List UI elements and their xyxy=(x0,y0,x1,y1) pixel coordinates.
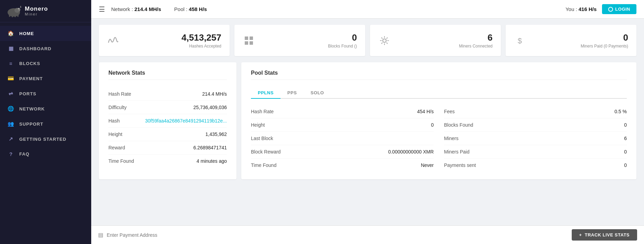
nav-label-network: NETWORK xyxy=(19,106,45,112)
pool-stat-row-left: Last Block xyxy=(251,132,434,145)
pool-col-left: Hash Rate454 H/sHeight0Last BlockBlock R… xyxy=(251,105,434,172)
svg-point-8 xyxy=(18,8,19,9)
network-stat-row: Hash Rate214.4 MH/s xyxy=(108,87,227,101)
miners-connected-label: Miners Connected xyxy=(459,44,493,49)
brand-name: Monero xyxy=(25,6,48,12)
plus-icon: + xyxy=(579,232,582,237)
dashboard-icon: ▦ xyxy=(8,45,14,52)
pool-stat-row-left: Hash Rate454 H/s xyxy=(251,105,434,118)
network-stat-row: Difficulty25,736,409,036 xyxy=(108,101,227,114)
ports-icon: ⇌ xyxy=(8,91,14,97)
pool-stat: Pool : 458 H/s xyxy=(174,6,207,12)
pool-tabs: PPLNSPPSSOLO xyxy=(251,87,627,99)
stat-card-hashes-accepted: 4,513,257 Hashes Accepted xyxy=(99,25,230,56)
network-stat: Network : 214.4 MH/s xyxy=(111,6,161,12)
miners-connected-icon xyxy=(378,36,391,45)
nav-label-faq: FAQ xyxy=(19,151,30,157)
header-right: You : 416 H/s LOGIN xyxy=(566,4,636,14)
pool-stats-title: Pool Stats xyxy=(251,70,627,80)
sidebar: Monero Miner 🏠HOME▦DASHBOARD≡BLOCKS💳PAYM… xyxy=(0,0,91,244)
payment-icon: 💳 xyxy=(8,75,14,82)
pool-tab-pps[interactable]: PPS xyxy=(281,87,304,99)
nav-label-blocks: BLOCKS xyxy=(19,61,40,66)
miners-paid-value: 0 xyxy=(623,32,628,43)
sidebar-item-support[interactable]: 👥SUPPORT xyxy=(0,116,91,131)
svg-rect-11 xyxy=(250,36,253,40)
svg-rect-12 xyxy=(245,41,248,45)
header: ☰ Network : 214.4 MH/s Pool : 458 H/s Yo… xyxy=(91,0,644,19)
payment-input-wrap: ▤ xyxy=(98,232,567,238)
svg-rect-6 xyxy=(17,14,19,17)
nav-label-ports: PORTS xyxy=(19,91,36,96)
miners-paid-label: Miners Paid (0 Payments) xyxy=(581,44,628,49)
pool-stat-row-right: Blocks Found0 xyxy=(444,118,627,132)
pool-tab-pplns[interactable]: PPLNS xyxy=(251,87,281,99)
login-circle-icon xyxy=(608,7,613,12)
pool-value: 458 H/s xyxy=(189,6,207,12)
brand-sub: Miner xyxy=(25,12,48,16)
stat-cards: 4,513,257 Hashes Accepted 0 Blocks Found… xyxy=(99,25,636,56)
pool-stat-row-left: Height0 xyxy=(251,118,434,132)
hashes-accepted-icon xyxy=(107,36,119,45)
sidebar-item-getting-started[interactable]: ↗GETTING STARTED xyxy=(0,131,91,147)
support-icon: 👥 xyxy=(8,121,14,127)
svg-rect-3 xyxy=(9,14,10,17)
stat-card-blocks-found: 0 Blocks Found () xyxy=(234,25,365,56)
network-stats-panel: Network Stats Hash Rate214.4 MH/sDifficu… xyxy=(99,62,236,179)
blocks-icon: ≡ xyxy=(8,61,14,66)
network-icon: 🌐 xyxy=(8,106,14,112)
sidebar-item-dashboard[interactable]: ▦DASHBOARD xyxy=(0,41,91,56)
rhino-icon xyxy=(6,5,21,17)
payment-address-input[interactable] xyxy=(107,232,567,238)
svg-rect-5 xyxy=(14,15,16,17)
sidebar-item-faq[interactable]: ?FAQ xyxy=(0,147,91,161)
pool-stat-row-right: Payments sent0 xyxy=(444,159,627,172)
nav-label-support: SUPPORT xyxy=(19,121,43,127)
pool-stat-row-left: Time FoundNever xyxy=(251,159,434,172)
pool-stat-row-left: Block Reward0.00000000000 XMR xyxy=(251,145,434,159)
svg-point-14 xyxy=(383,39,386,42)
you-value: 416 H/s xyxy=(579,6,597,12)
nav-label-getting-started: GETTING STARTED xyxy=(19,137,66,142)
miners-paid-icon: $ xyxy=(514,36,526,45)
home-icon: 🏠 xyxy=(8,30,14,36)
network-stat-row: Time Found4 minutes ago xyxy=(108,155,227,168)
header-left: ☰ Network : 214.4 MH/s Pool : 458 H/s xyxy=(99,5,207,13)
network-stat-row: Reward6.26898471741 xyxy=(108,141,227,155)
menu-icon[interactable]: ☰ xyxy=(99,5,105,13)
nav-label-dashboard: DASHBOARD xyxy=(19,46,52,51)
sidebar-item-payment[interactable]: 💳PAYMENT xyxy=(0,71,91,86)
payment-icon: ▤ xyxy=(98,232,103,238)
track-live-stats-button[interactable]: + TRACK LIVE STATS xyxy=(572,229,637,241)
blocks-found-value: 0 xyxy=(352,32,357,43)
network-stats-title: Network Stats xyxy=(108,70,227,80)
you-stat: You : 416 H/s xyxy=(566,6,597,12)
pool-col-right: Fees0.5 %Blocks Found0Miners6Miners Paid… xyxy=(444,105,627,172)
miners-connected-value: 6 xyxy=(488,32,493,43)
stat-card-miners-connected: 6 Miners Connected xyxy=(370,25,501,56)
pool-stat-row-right: Miners Paid0 xyxy=(444,145,627,159)
stat-card-miners-paid: $ 0 Miners Paid (0 Payments) xyxy=(506,25,636,56)
svg-point-2 xyxy=(8,12,11,14)
sidebar-nav: 🏠HOME▦DASHBOARD≡BLOCKS💳PAYMENT⇌PORTS🌐NET… xyxy=(0,22,91,244)
header-stats: Network : 214.4 MH/s Pool : 458 H/s xyxy=(111,6,207,12)
pool-stat-row-right: Miners6 xyxy=(444,132,627,145)
svg-rect-13 xyxy=(250,41,253,45)
nav-label-home: HOME xyxy=(19,31,34,36)
sidebar-item-blocks[interactable]: ≡BLOCKS xyxy=(0,56,91,71)
pool-stat-row-right: Fees0.5 % xyxy=(444,105,627,118)
nav-label-payment: PAYMENT xyxy=(19,76,43,81)
bottom-bar: ▤ + TRACK LIVE STATS xyxy=(91,225,644,244)
content: 4,513,257 Hashes Accepted 0 Blocks Found… xyxy=(91,19,644,244)
sidebar-item-network[interactable]: 🌐NETWORK xyxy=(0,101,91,116)
login-button[interactable]: LOGIN xyxy=(602,4,636,14)
main: ☰ Network : 214.4 MH/s Pool : 458 H/s Yo… xyxy=(91,0,644,244)
pool-tab-solo[interactable]: SOLO xyxy=(304,87,331,99)
faq-icon: ? xyxy=(8,151,14,157)
sidebar-item-ports[interactable]: ⇌PORTS xyxy=(0,86,91,101)
svg-text:$: $ xyxy=(518,36,522,45)
hashes-accepted-label: Hashes Accepted xyxy=(189,44,221,49)
pool-stats-grid: Hash Rate454 H/sHeight0Last BlockBlock R… xyxy=(251,105,627,172)
svg-rect-4 xyxy=(12,15,13,17)
sidebar-item-home[interactable]: 🏠HOME xyxy=(0,26,91,41)
